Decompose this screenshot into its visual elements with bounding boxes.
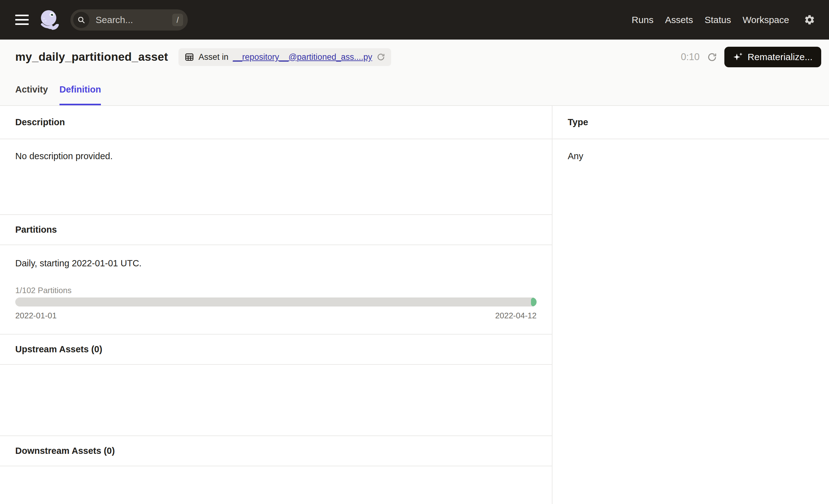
type-heading: Type xyxy=(552,106,829,139)
search-input[interactable] xyxy=(96,15,172,25)
nav-item-status[interactable]: Status xyxy=(705,15,731,25)
title-row: my_daily_partitioned_asset Asset in __re… xyxy=(0,40,829,74)
page-title: my_daily_partitioned_asset xyxy=(15,50,168,64)
partitions-summary: Daily, starting 2022-01-01 UTC. xyxy=(15,258,537,269)
dagster-logo-icon[interactable] xyxy=(38,8,61,32)
search-shortcut-key: / xyxy=(172,14,183,26)
upstream-assets-body xyxy=(0,365,552,435)
settings-gear-icon[interactable] xyxy=(804,14,815,26)
rematerialize-label: Rematerialize... xyxy=(748,52,813,62)
tab-bar: Activity Definition xyxy=(0,74,829,105)
downstream-assets-body xyxy=(0,466,552,477)
upstream-assets-heading: Upstream Assets (0) xyxy=(0,334,552,365)
partitions-body: Daily, starting 2022-01-01 UTC. 1/102 Pa… xyxy=(0,245,552,334)
header-actions: 0:10 Rematerialize... xyxy=(681,47,821,67)
definition-content: Description No description provided. Par… xyxy=(0,106,829,504)
hamburger-menu-icon[interactable] xyxy=(15,15,29,25)
page-header: my_daily_partitioned_asset Asset in __re… xyxy=(0,40,829,106)
type-value: Any xyxy=(552,139,829,162)
tab-definition[interactable]: Definition xyxy=(60,83,101,105)
partition-range: 2022-01-01 2022-04-12 xyxy=(15,311,537,320)
nav-item-workspace[interactable]: Workspace xyxy=(743,15,789,25)
app-root: / Runs Assets Status Workspace my_daily_… xyxy=(0,0,829,504)
right-column: Type Any xyxy=(552,106,829,504)
refresh-countdown: 0:10 xyxy=(681,51,699,63)
rematerialize-button[interactable]: Rematerialize... xyxy=(724,47,821,67)
left-column: Description No description provided. Par… xyxy=(0,106,552,504)
nav-links: Runs Assets Status Workspace xyxy=(632,14,815,26)
nav-item-assets[interactable]: Assets xyxy=(665,15,693,25)
partition-range-start: 2022-01-01 xyxy=(15,311,57,320)
repository-icon xyxy=(184,52,194,62)
partitions-heading: Partitions xyxy=(0,214,552,245)
nav-item-runs[interactable]: Runs xyxy=(632,15,653,25)
refresh-icon[interactable] xyxy=(707,52,717,62)
sparkles-icon xyxy=(733,52,743,62)
description-heading: Description xyxy=(0,106,552,139)
tab-activity[interactable]: Activity xyxy=(15,83,48,105)
repository-link[interactable]: __repository__@partitioned_ass....py xyxy=(233,52,372,62)
description-body: No description provided. xyxy=(0,139,552,214)
badge-prefix-label: Asset in xyxy=(199,52,228,62)
global-search: / xyxy=(70,9,188,31)
downstream-assets-heading: Downstream Assets (0) xyxy=(0,435,552,466)
badge-reload-icon[interactable] xyxy=(376,52,385,61)
partitions-count: 1/102 Partitions xyxy=(15,286,537,295)
partition-progress-bar xyxy=(15,297,537,307)
partition-progress-fill xyxy=(531,297,537,307)
asset-location-badge: Asset in __repository__@partitioned_ass.… xyxy=(178,48,392,66)
partition-range-end: 2022-04-12 xyxy=(495,311,537,320)
search-icon xyxy=(73,12,89,28)
top-nav: / Runs Assets Status Workspace xyxy=(0,0,829,40)
